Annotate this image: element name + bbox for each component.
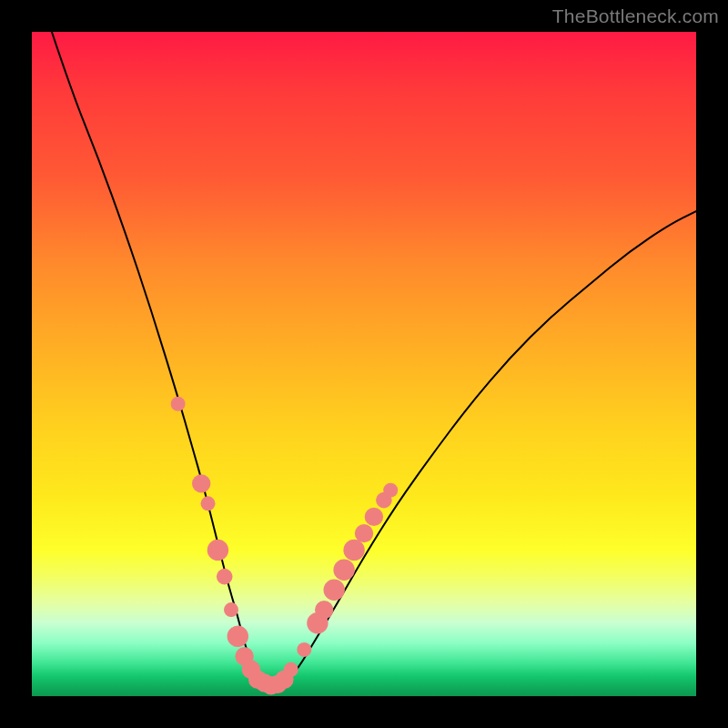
marker-dot [355, 524, 373, 542]
marker-dot [207, 540, 228, 561]
marker-dot [171, 397, 186, 411]
bottleneck-curve [52, 32, 696, 685]
marker-dot [315, 601, 333, 619]
marker-dots-group [171, 397, 399, 695]
marker-dot [343, 540, 364, 561]
marker-dot [324, 580, 345, 601]
chart-svg [32, 32, 696, 696]
watermark-text: TheBottleneck.com [552, 5, 719, 27]
marker-dot [201, 496, 216, 511]
marker-dot [333, 560, 354, 581]
marker-dot [217, 569, 233, 585]
marker-dot [284, 662, 298, 677]
plot-area [32, 32, 696, 696]
marker-dot [228, 626, 248, 647]
marker-dot [224, 602, 238, 617]
marker-dot [192, 474, 210, 492]
marker-dot [297, 642, 311, 657]
marker-dot [383, 483, 398, 498]
marker-dot [365, 508, 383, 526]
chart-frame: TheBottleneck.com [0, 0, 728, 728]
